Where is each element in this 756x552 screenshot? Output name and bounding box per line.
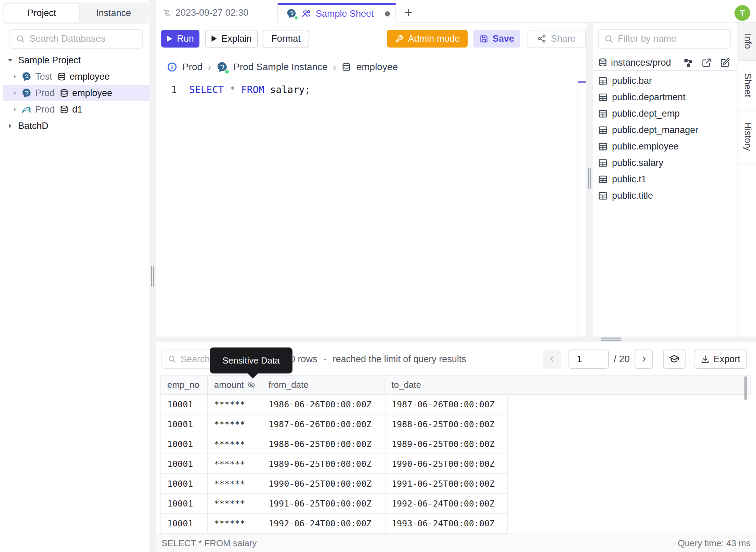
cell[interactable]: 10001 <box>160 454 207 474</box>
drag-handle[interactable] <box>601 340 622 341</box>
eye-off-icon[interactable] <box>247 381 256 389</box>
format-button[interactable]: Format <box>263 30 309 48</box>
sidebar-resize-divider[interactable] <box>149 0 156 552</box>
cell-masked[interactable]: ****** <box>207 415 262 434</box>
external-link-icon[interactable] <box>702 58 712 68</box>
cell[interactable]: 1989-06-25T00:00:00Z <box>385 434 508 454</box>
sql-keyword: SELECT <box>189 84 224 95</box>
sidebar-item-batchd[interactable]: BatchD <box>0 118 149 134</box>
cell[interactable]: 1990-06-25T00:00:00Z <box>385 454 508 474</box>
cell-masked[interactable]: ****** <box>207 454 262 474</box>
cell[interactable]: 10001 <box>160 514 207 534</box>
cell-masked[interactable]: ****** <box>207 434 262 454</box>
column-header-to-date[interactable]: to_date <box>384 376 508 394</box>
mysql-icon <box>21 104 32 115</box>
database-icon <box>341 62 351 72</box>
sidebar-item-test-employee[interactable]: Test employee <box>0 68 149 85</box>
cell[interactable]: 1991-06-25T00:00:00Z <box>262 494 385 514</box>
page-number-input[interactable] <box>569 350 609 369</box>
column-header-emp-no[interactable]: emp_no <box>160 376 207 394</box>
admin-mode-button[interactable]: Admin mode <box>387 30 468 48</box>
database-search-input[interactable] <box>29 34 136 44</box>
table-list-item[interactable]: public.employee <box>593 138 738 155</box>
table-list-item[interactable]: public.dept_emp <box>593 105 738 122</box>
cell[interactable]: 1992-06-24T00:00:00Z <box>262 514 385 534</box>
cell-masked[interactable]: ****** <box>207 514 262 534</box>
masking-level-button[interactable] <box>663 350 686 369</box>
caret-right-icon <box>7 122 14 129</box>
tab-sample-sheet[interactable]: Sample Sheet <box>278 3 396 23</box>
cell[interactable]: 10001 <box>160 434 207 454</box>
cell[interactable]: 1992-06-24T00:00:00Z <box>385 494 508 514</box>
cell[interactable]: 1988-06-25T00:00:00Z <box>385 415 508 434</box>
edit-icon[interactable] <box>720 58 730 68</box>
cell[interactable]: 1987-06-26T00:00:00Z <box>262 415 385 434</box>
table-list-item[interactable]: public.dept_manager <box>593 122 738 138</box>
cell-masked[interactable]: ****** <box>207 395 262 415</box>
avatar[interactable]: T <box>734 5 750 21</box>
cell[interactable]: 1989-06-25T00:00:00Z <box>262 454 385 474</box>
drag-handle[interactable] <box>590 168 591 189</box>
cell[interactable]: 1987-06-26T00:00:00Z <box>385 395 508 415</box>
cell[interactable]: 10001 <box>160 395 207 415</box>
environment-label: Prod <box>35 104 55 115</box>
breadcrumb-instance[interactable]: Prod Sample Instance <box>233 62 328 73</box>
table-filter[interactable] <box>598 29 731 49</box>
cell-masked[interactable]: ****** <box>207 474 262 494</box>
table-list-item[interactable]: public.t1 <box>593 171 738 187</box>
next-page-button[interactable] <box>635 350 653 369</box>
wrench-icon <box>395 34 404 43</box>
sidebar-item-prod-employee[interactable]: Prod employee <box>0 85 149 101</box>
download-icon <box>701 355 710 364</box>
results-resize-divider[interactable] <box>156 337 756 342</box>
table-filter-input[interactable] <box>618 34 725 44</box>
tab-sheet[interactable]: Sheet <box>738 61 756 110</box>
table-list-item[interactable]: public.salary <box>593 155 738 171</box>
breadcrumb-env[interactable]: Prod <box>182 62 203 73</box>
drag-handle[interactable] <box>151 266 152 287</box>
drag-handle[interactable] <box>153 266 154 287</box>
export-button[interactable]: Export <box>694 350 747 369</box>
sidebar-item-sample-project[interactable]: Sample Project <box>0 52 149 68</box>
table-list-item[interactable]: public.department <box>593 89 738 105</box>
tab-info[interactable]: Info <box>738 23 756 61</box>
save-button[interactable]: Save <box>473 30 520 48</box>
table-list-item[interactable]: public.title <box>593 187 738 204</box>
explain-button[interactable]: Explain <box>205 30 258 48</box>
cell[interactable]: 1991-06-25T00:00:00Z <box>385 474 508 494</box>
cell-masked[interactable]: ****** <box>207 494 262 514</box>
table-row: 10001 ****** 1991-06-25T00:00:00Z 1992-0… <box>160 494 751 514</box>
info-icon[interactable] <box>167 62 177 72</box>
tab-label: 2023-09-27 02:30 <box>175 8 248 18</box>
cell[interactable]: 1988-06-25T00:00:00Z <box>262 434 385 454</box>
schema-diagram-icon[interactable] <box>683 58 693 68</box>
tab-project[interactable]: Project <box>4 4 79 23</box>
cell[interactable]: 10001 <box>160 494 207 514</box>
tab-instance[interactable]: Instance <box>79 2 148 24</box>
schema-panel-resize-divider[interactable] <box>586 23 593 337</box>
cell[interactable]: 10001 <box>160 474 207 494</box>
sidebar-item-prod-d1[interactable]: Prod d1 <box>0 101 149 118</box>
tab-history[interactable]: History <box>738 110 756 163</box>
new-tab-button[interactable]: + <box>400 3 417 23</box>
unsaved-dot-icon <box>385 11 390 16</box>
cell[interactable]: 1993-06-24T00:00:00Z <box>385 514 508 534</box>
sql-editor-line[interactable]: SELECT * FROM salary; <box>189 84 310 95</box>
tab-untitled-sheet[interactable]: 2023-09-27 02:30 <box>156 3 278 23</box>
editor-line-number: 1 <box>156 84 177 95</box>
breadcrumb-database[interactable]: employee <box>356 62 398 73</box>
drag-handle[interactable] <box>588 168 589 189</box>
share-button[interactable]: Share <box>527 30 586 48</box>
cell[interactable]: 1990-06-25T00:00:00Z <box>262 474 385 494</box>
sheet-tab-bar: 2023-09-27 02:30 Sample Sheet + T <box>156 0 756 23</box>
run-button[interactable]: Run <box>161 30 199 48</box>
cell[interactable]: 10001 <box>160 415 207 434</box>
database-search[interactable] <box>10 29 143 49</box>
results-scrollbar-thumb[interactable] <box>744 376 747 400</box>
table-list-item[interactable]: public.bar <box>593 73 738 89</box>
prev-page-button[interactable] <box>543 350 561 369</box>
play-icon <box>167 35 173 42</box>
cell[interactable]: 1986-06-26T00:00:00Z <box>262 395 385 415</box>
column-header-from-date[interactable]: from_date <box>262 376 385 394</box>
drag-handle[interactable] <box>601 338 622 339</box>
